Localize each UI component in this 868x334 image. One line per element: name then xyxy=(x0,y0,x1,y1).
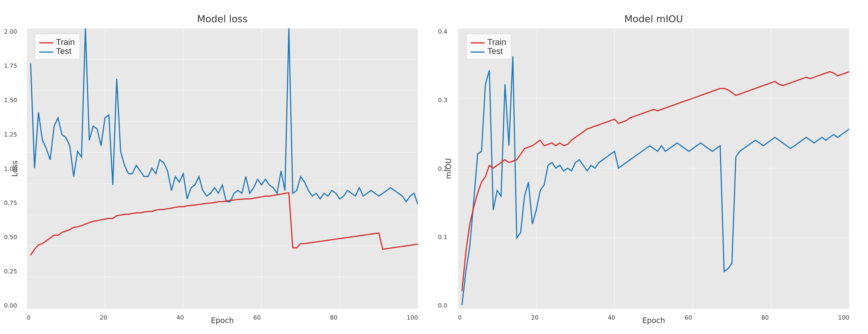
test-miou-line xyxy=(462,56,849,305)
loss-chart-area: Train Test xyxy=(27,28,418,309)
svg-text:Train: Train xyxy=(488,37,506,47)
loss-y-ticks: 0.00 0.25 0.50 0.75 1.00 1.25 1.50 1.75 … xyxy=(4,28,17,309)
loss-x-label: Epoch xyxy=(211,316,234,325)
svg-text:Test: Test xyxy=(488,47,503,56)
miou-y-ticks: 0.0 0.1 0.2 0.3 0.4 xyxy=(438,28,447,309)
loss-chart-wrapper: Model loss Loss xyxy=(3,8,434,326)
loss-svg: Train Test xyxy=(27,28,418,308)
svg-text:Train: Train xyxy=(56,37,75,47)
loss-chart-title: Model loss xyxy=(197,13,248,24)
test-loss-line xyxy=(31,28,418,204)
miou-chart-area: Train Test xyxy=(458,28,849,309)
miou-chart-wrapper: Model mIOU mIOU xyxy=(434,8,865,326)
train-miou-line xyxy=(462,71,849,291)
miou-svg: Train Test xyxy=(458,28,849,308)
charts-container: Model loss Loss xyxy=(0,0,868,334)
miou-x-label: Epoch xyxy=(642,316,665,325)
miou-chart-title: Model mIOU xyxy=(624,13,683,24)
svg-text:Test: Test xyxy=(56,47,71,56)
